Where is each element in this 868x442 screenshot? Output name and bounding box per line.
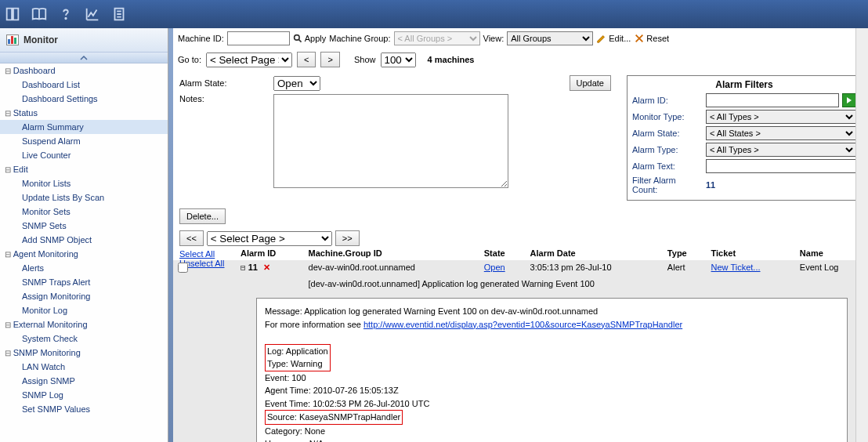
sidebar: Monitor DashboardDashboard ListDashboard… [0,28,168,442]
nav-item[interactable]: Add SNMP Object [0,233,168,247]
date-cell: 3:05:13 pm 26-Jul-10 [526,260,663,277]
filters-title: Alarm Filters [632,79,856,90]
eventid-link[interactable]: http://www.eventid.net/display.asp?event… [363,320,682,329]
open-book-icon[interactable] [30,5,49,24]
nav-item[interactable]: Live Counter [0,148,168,162]
close-icon[interactable]: ✕ [263,263,270,272]
goto-select[interactable]: < Select Page > [206,53,292,67]
expand-icon[interactable]: ⊟ [241,263,246,273]
table-row: ⊟ 11 ✕dev-av-win0d.root.unnamedOpen3:05:… [173,260,868,277]
nav-item[interactable]: SNMP Sets [0,219,168,233]
machine-group-select[interactable]: < All Groups > [394,31,480,45]
subline-cell: [dev-av-win0d.root.unnamed] Application … [304,277,868,291]
row-checkbox[interactable] [178,263,188,273]
ticket-link[interactable]: New Ticket... [711,263,761,272]
machine-count: 4 machines [428,55,475,64]
sidebar-collapse[interactable] [0,53,168,63]
page-select[interactable]: < Select Page > [207,231,332,246]
view-select[interactable]: All Groups [507,31,593,45]
nav-item[interactable]: SNMP Traps Alert [0,275,168,289]
nav-item[interactable]: Dashboard List [0,78,168,92]
nav-item[interactable]: Dashboard Settings [0,92,168,106]
column-header: Alarm ID [236,246,304,260]
show-select[interactable]: 100 [381,53,416,67]
nav-item[interactable]: Alarm Summary [0,120,168,134]
filter-monitor-type-select[interactable]: < All Types > [706,110,856,124]
column-header: Type [663,246,707,260]
apply-button[interactable]: Apply [293,34,327,44]
nav-item[interactable]: Update Lists By Scan [0,190,168,205]
nav-item[interactable]: Suspend Alarm [0,134,168,148]
alarm-table: Alarm IDMachine.Group IDStateAlarm DateT… [173,246,868,442]
scrollbar[interactable] [855,28,868,442]
nav-group[interactable]: SNMP Monitoring [0,346,168,360]
notes-textarea[interactable] [273,94,508,188]
clipboard-icon[interactable] [110,5,128,24]
type-cell: Alert [663,260,707,277]
msg-source: Source: KaseyaSNMPTrapHandler [265,410,403,425]
help-icon[interactable] [56,5,75,24]
column-header: Ticket [707,246,795,260]
select-all-link[interactable]: Select All [179,249,215,259]
message-box: Message: Application log generated Warni… [256,298,848,442]
nav-item[interactable]: Monitor Lists [0,176,168,190]
nav-item[interactable]: Set SNMP Values [0,402,168,416]
nav-item[interactable]: Monitor Log [0,303,168,317]
machine-id-label: Machine ID: [178,34,224,43]
msg-label: Message: [265,306,302,316]
filter-alarm-state-label: Alarm State: [632,129,703,138]
nav-group[interactable]: Status [0,106,168,120]
msg-agent-time: Agent Time: 2010-07-26 15:05:13Z [265,386,399,395]
filter-alarm-text-input[interactable] [706,159,856,173]
machine-id-input[interactable] [227,31,290,45]
page-prev-button[interactable]: << [179,230,204,246]
notes-label: Notes: [179,94,266,188]
filter-alarm-type-select[interactable]: < All Types > [706,143,856,157]
filter-alarm-id-input[interactable] [706,93,839,107]
column-header: State [479,246,526,260]
nav-item[interactable]: Monitor Sets [0,205,168,219]
svg-point-0 [65,18,66,19]
nav-item[interactable]: Assign SNMP [0,374,168,388]
reset-button[interactable]: Reset [634,33,669,44]
nav-item[interactable]: System Check [0,332,168,346]
nav-item[interactable]: SNMP Log [0,388,168,402]
edit-button[interactable]: Edit... [596,33,631,44]
update-button[interactable]: Update [570,75,611,91]
alarm-state-select[interactable]: Open [273,76,320,91]
monitor-module-icon [6,34,19,45]
state-link[interactable]: Open [484,263,505,272]
alarm-filters-panel: Alarm Filters Alarm ID: Monitor Type:< A… [627,75,862,201]
filter-alarm-text-label: Alarm Text: [632,161,703,171]
machine-group-label: Machine Group: [329,34,390,43]
nav-item[interactable]: Alerts [0,261,168,275]
alarm-state-label: Alarm State: [179,78,266,88]
machine-cell: dev-av-win0d.root.unnamed [304,260,479,277]
expanded-row: Message: Application log generated Warni… [173,291,868,442]
filter-count-label: Filter Alarm Count: [632,176,703,194]
prev-page-button[interactable]: < [297,52,316,67]
module-header: Monitor [0,28,168,53]
filter-alarm-state-select[interactable]: < All States > [706,126,856,140]
chart-icon[interactable] [83,5,102,24]
delete-button[interactable]: Delete... [179,208,226,224]
filter-count-value: 11 [706,180,715,190]
next-page-button[interactable]: > [320,52,339,67]
nav-group[interactable]: Dashboard [0,63,168,78]
nav-group[interactable]: Edit [0,162,168,176]
module-title: Monitor [24,34,58,45]
msg-username: Username: N/A [265,439,324,442]
nav-item[interactable]: Assign Monitoring [0,289,168,303]
filter-go-button[interactable] [842,93,856,107]
page-next-button[interactable]: >> [335,230,360,246]
column-header: Alarm Date [526,246,663,260]
msg-event-time: Event Time: 10:02:53 PM 26-Jul-2010 UTC [265,399,429,408]
nav-item[interactable]: LAN Watch [0,360,168,374]
book-icon[interactable] [3,5,22,24]
top-toolbar [0,0,868,28]
svg-point-2 [294,34,299,40]
nav-group[interactable]: External Monitoring [0,317,168,332]
table-subrow: [dev-av-win0d.root.unnamed] Application … [173,277,868,291]
nav-group[interactable]: Agent Monitoring [0,247,168,261]
filter-monitor-type-label: Monitor Type: [632,112,703,121]
